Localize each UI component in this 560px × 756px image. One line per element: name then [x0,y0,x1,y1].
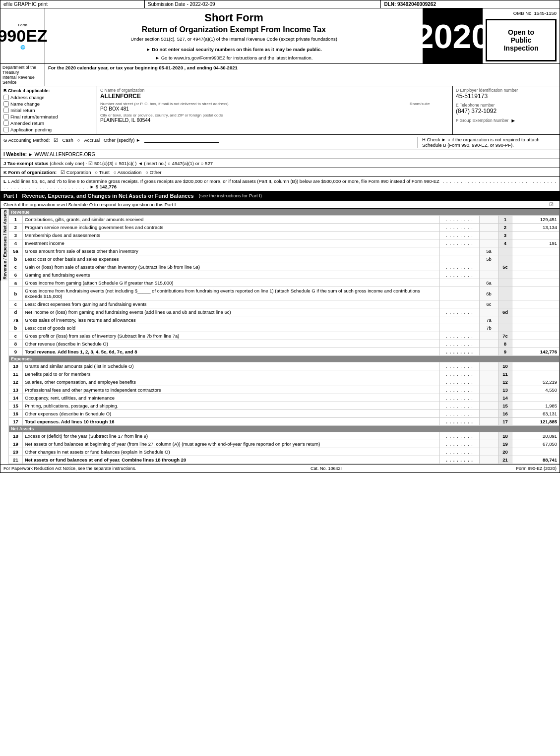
row-ref: 7a [480,316,498,324]
row-line-num: 3 [498,232,512,239]
row-ref [480,448,498,456]
row-num: 15 [9,402,23,410]
row-desc: Membership dues and assessments [23,232,440,239]
row-num: b [9,255,23,263]
dln: DLN: 93492040009262 [381,0,560,8]
row-dots: . . . . . . . . [440,224,480,232]
row-amount [512,279,560,287]
row-desc: Benefits paid to or for members [23,370,440,378]
row-amount [512,448,560,456]
row-amount [512,370,560,378]
row-dots: . . . . . . . . [440,263,480,271]
row-amount [512,324,560,332]
row-amount: 129,451 [512,216,560,224]
row-amount [512,255,560,263]
phone-value: (847) 372-1092 [456,108,557,115]
row-dots: . . . . . . . . [440,216,480,224]
row-num: 4 [9,239,23,247]
website-row: I Website: ► WWW.ALLENFORCE.ORG [0,150,560,159]
row-amount: 4,550 [512,386,560,394]
street-value: PO BOX 481 [100,106,406,112]
tax-year-line: For the 2020 calendar year, or tax year … [48,65,557,70]
row-num: c [9,332,23,340]
street-label: Number and street (or P. O. box, if mail… [100,102,406,106]
part1-subtitle: Revenue, Expenses, and Changes in Net As… [22,193,194,199]
row-ref [480,386,498,394]
row-desc: Less: cost or other basis and sales expe… [23,255,440,263]
final-return-row: Final return/terminated [3,114,94,119]
department: Department of the Treasury [2,65,43,75]
application-pending-checkbox[interactable] [3,127,9,132]
add-lines-row: L L Add lines 5b, 6c, and 7b to line 9 t… [0,176,560,191]
row-dots: . . . . . . . . [440,410,480,418]
row-ref [480,394,498,402]
tax-exempt-row: J Tax-exempt status (check only one) - ☑… [0,159,560,168]
row-desc: Less: cost of goods sold [23,324,440,332]
open-to: Open to [508,28,534,36]
city-value: PLAINFIELD, IL 60544 [100,117,449,123]
row-desc: Gross sales of inventory, less returns a… [23,316,440,324]
d-label: D Employer identification number [456,88,557,93]
row-ref [480,308,498,316]
amended-return-row: Amended return [3,120,94,126]
row-line-num: 8 [498,340,512,348]
row-num: 10 [9,362,23,370]
row-ref [480,418,498,426]
row-dots: . . . . . . . . [440,332,480,340]
under-section: Under section 501(c), 527, or 4947(a)(1)… [50,36,418,42]
paperwork-notice: For Paperwork Reduction Act Notice, see … [3,466,136,471]
row-ref [480,332,498,340]
amended-return-checkbox[interactable] [3,120,9,126]
row-dots: . . . . . . . . [440,271,480,279]
final-return-checkbox[interactable] [3,114,9,119]
l-label: L [3,178,6,184]
row-dots: . . . . . . . . [440,440,480,448]
row-dots: . . . . . . . . [440,232,480,239]
trust: ○ Trust [95,170,110,175]
row-desc: Less: direct expenses from gaming and fu… [23,300,440,308]
row-dots [440,287,480,300]
part1-header: Part I Revenue, Expenses, and Changes in… [0,191,560,200]
name-change-row: Name change [3,101,94,107]
option3: ○ 4947(a)(1) or [168,161,199,166]
row-ref [480,216,498,224]
row-num: c [9,263,23,271]
initial-return-checkbox[interactable] [3,108,9,113]
row-ref [480,402,498,410]
row-amount [512,394,560,402]
cash-check: ☑ [54,137,58,143]
row-line-num [498,271,512,279]
row-amount: 20,891 [512,432,560,440]
row-desc: Other expenses (describe in Schedule O) [23,410,440,418]
row-amount [512,316,560,324]
row-ref [480,271,498,279]
name-change-checkbox[interactable] [3,101,9,107]
row-num: b [9,324,23,332]
address-change-checkbox[interactable] [3,95,9,100]
row-amount [512,287,560,300]
row-desc: Printing, publications, postage, and shi… [23,402,440,410]
row-dots [440,316,480,324]
omb-number: OMB No. 1545-1150 [486,10,557,16]
row-num: 19 [9,440,23,448]
public: Public [510,36,531,44]
row-line-num: 15 [498,402,512,410]
row-desc: Gross amount from sale of assets other t… [23,247,440,255]
row-dots: . . . . . . . . [440,340,480,348]
row-amount: 52,219 [512,378,560,386]
g-label: G Accounting Method: [3,137,50,143]
row-desc: Other changes in net assets or fund bala… [23,448,440,456]
row-line-num: 21 [498,456,512,464]
corporation: ☑ Corporation [61,170,91,175]
other-label: Other (specify) ► [104,137,140,143]
initial-return-row: Initial return [3,108,94,113]
j-label: J Tax-exempt status [3,161,49,166]
row-desc: Net assets or fund balances at end of ye… [23,456,440,464]
association: ○ Association [114,170,141,175]
row-line-num: 16 [498,410,512,418]
row-line-num [498,324,512,332]
row-line-num: 18 [498,432,512,440]
row-desc: Other revenue (describe in Schedule O) [23,340,440,348]
row-ref [480,348,498,356]
row-line-num: 11 [498,370,512,378]
